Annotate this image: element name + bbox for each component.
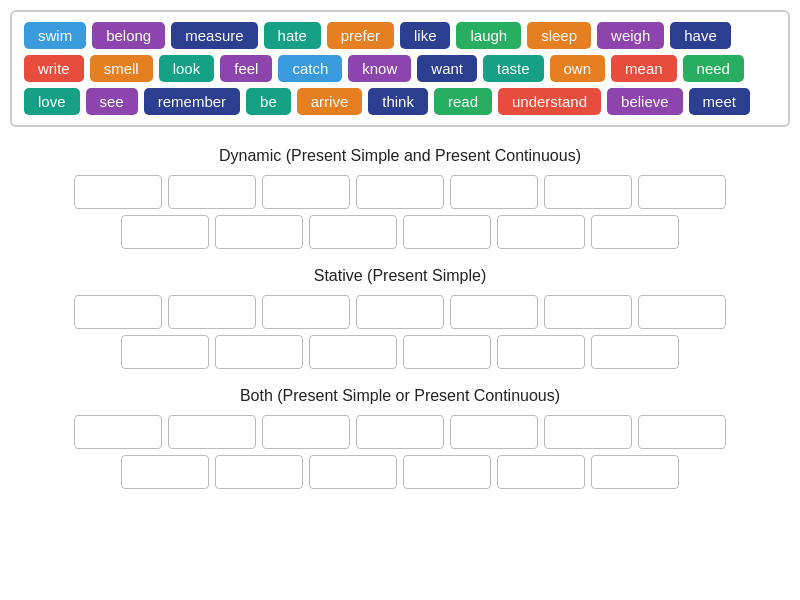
drop-box[interactable] xyxy=(168,295,256,329)
drop-box[interactable] xyxy=(262,175,350,209)
word-bank: swimbelongmeasurehatepreferlikelaughslee… xyxy=(10,10,790,127)
word-tag-be[interactable]: be xyxy=(246,88,291,115)
drop-box[interactable] xyxy=(544,175,632,209)
drop-box[interactable] xyxy=(121,455,209,489)
drop-row-1-1 xyxy=(121,335,679,369)
drop-box[interactable] xyxy=(544,415,632,449)
word-tag-like[interactable]: like xyxy=(400,22,451,49)
word-tag-write[interactable]: write xyxy=(24,55,84,82)
drop-box[interactable] xyxy=(262,415,350,449)
word-tag-catch[interactable]: catch xyxy=(278,55,342,82)
section-2: Both (Present Simple or Present Continuo… xyxy=(10,387,790,489)
drop-box[interactable] xyxy=(497,455,585,489)
drop-box[interactable] xyxy=(497,215,585,249)
drop-row-2-1 xyxy=(121,455,679,489)
drop-box[interactable] xyxy=(450,415,538,449)
drop-box[interactable] xyxy=(403,335,491,369)
word-tag-swim[interactable]: swim xyxy=(24,22,86,49)
drop-rows-1 xyxy=(10,295,790,369)
drop-row-1-0 xyxy=(74,295,726,329)
section-title-2: Both (Present Simple or Present Continuo… xyxy=(10,387,790,405)
word-tag-own[interactable]: own xyxy=(550,55,606,82)
word-tag-taste[interactable]: taste xyxy=(483,55,544,82)
word-tag-mean[interactable]: mean xyxy=(611,55,677,82)
drop-box[interactable] xyxy=(309,215,397,249)
word-tag-read[interactable]: read xyxy=(434,88,492,115)
word-tag-want[interactable]: want xyxy=(417,55,477,82)
word-tag-think[interactable]: think xyxy=(368,88,428,115)
word-tag-hate[interactable]: hate xyxy=(264,22,321,49)
drop-box[interactable] xyxy=(215,455,303,489)
drop-box[interactable] xyxy=(309,455,397,489)
drop-box[interactable] xyxy=(74,295,162,329)
word-tag-prefer[interactable]: prefer xyxy=(327,22,394,49)
drop-box[interactable] xyxy=(262,295,350,329)
drop-box[interactable] xyxy=(74,415,162,449)
drop-box[interactable] xyxy=(638,415,726,449)
word-tag-look[interactable]: look xyxy=(159,55,215,82)
drop-box[interactable] xyxy=(638,175,726,209)
drop-box[interactable] xyxy=(544,295,632,329)
drop-row-0-0 xyxy=(74,175,726,209)
word-tag-love[interactable]: love xyxy=(24,88,80,115)
drop-rows-0 xyxy=(10,175,790,249)
word-tag-smell[interactable]: smell xyxy=(90,55,153,82)
drop-box[interactable] xyxy=(450,175,538,209)
drop-box[interactable] xyxy=(215,215,303,249)
drop-box[interactable] xyxy=(591,215,679,249)
drop-box[interactable] xyxy=(121,335,209,369)
word-tag-arrive[interactable]: arrive xyxy=(297,88,363,115)
drop-box[interactable] xyxy=(215,335,303,369)
word-tag-understand[interactable]: understand xyxy=(498,88,601,115)
drop-box[interactable] xyxy=(403,455,491,489)
word-tag-sleep[interactable]: sleep xyxy=(527,22,591,49)
drop-box[interactable] xyxy=(356,175,444,209)
drop-box[interactable] xyxy=(356,415,444,449)
word-tag-laugh[interactable]: laugh xyxy=(456,22,521,49)
drop-box[interactable] xyxy=(168,175,256,209)
word-tag-feel[interactable]: feel xyxy=(220,55,272,82)
drop-box[interactable] xyxy=(356,295,444,329)
sections-container: Dynamic (Present Simple and Present Cont… xyxy=(10,147,790,489)
drop-box[interactable] xyxy=(309,335,397,369)
section-0: Dynamic (Present Simple and Present Cont… xyxy=(10,147,790,249)
word-tag-belong[interactable]: belong xyxy=(92,22,165,49)
drop-box[interactable] xyxy=(403,215,491,249)
word-tag-see[interactable]: see xyxy=(86,88,138,115)
section-1: Stative (Present Simple) xyxy=(10,267,790,369)
drop-row-2-0 xyxy=(74,415,726,449)
drop-box[interactable] xyxy=(497,335,585,369)
section-title-1: Stative (Present Simple) xyxy=(10,267,790,285)
drop-rows-2 xyxy=(10,415,790,489)
word-tag-meet[interactable]: meet xyxy=(689,88,750,115)
drop-box[interactable] xyxy=(450,295,538,329)
drop-box[interactable] xyxy=(638,295,726,329)
word-tag-need[interactable]: need xyxy=(683,55,744,82)
word-tag-weigh[interactable]: weigh xyxy=(597,22,664,49)
word-tag-believe[interactable]: believe xyxy=(607,88,683,115)
drop-row-0-1 xyxy=(121,215,679,249)
drop-box[interactable] xyxy=(168,415,256,449)
word-tag-know[interactable]: know xyxy=(348,55,411,82)
drop-box[interactable] xyxy=(74,175,162,209)
drop-box[interactable] xyxy=(121,215,209,249)
section-title-0: Dynamic (Present Simple and Present Cont… xyxy=(10,147,790,165)
word-tag-have[interactable]: have xyxy=(670,22,731,49)
word-tag-remember[interactable]: remember xyxy=(144,88,240,115)
drop-box[interactable] xyxy=(591,455,679,489)
word-tag-measure[interactable]: measure xyxy=(171,22,257,49)
drop-box[interactable] xyxy=(591,335,679,369)
